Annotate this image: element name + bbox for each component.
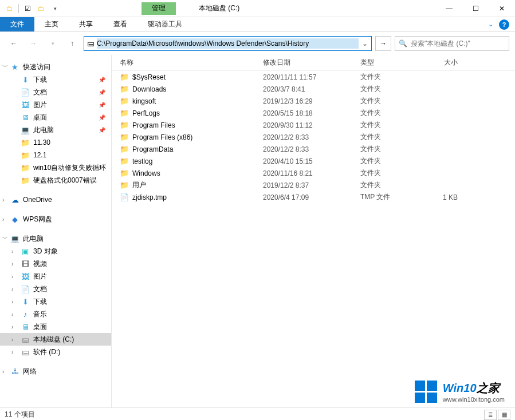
file-row[interactable]: testlog2020/4/10 15:15文件夹 — [112, 155, 515, 167]
view-large-icon[interactable]: ▦ — [498, 410, 510, 420]
up-button[interactable]: ↑ — [64, 35, 80, 51]
tab-view[interactable]: 查看 — [103, 17, 137, 31]
file-date: 2020/12/2 8:33 — [263, 145, 360, 153]
search-icon: 🔍 — [399, 39, 407, 47]
sidebar-documents[interactable]: 文档📌 — [0, 86, 111, 98]
close-button[interactable]: ✕ — [489, 0, 515, 17]
file-row[interactable]: 用户2019/12/2 8:37文件夹 — [112, 179, 515, 191]
status-text: 11 个项目 — [5, 410, 35, 419]
sidebar-drive-d[interactable]: ›软件 (D:) — [0, 346, 111, 358]
col-size[interactable]: 大小 — [412, 58, 458, 68]
sidebar-thispc[interactable]: ﹀此电脑 — [0, 232, 111, 245]
file-type: 文件夹 — [360, 144, 412, 154]
qat-newfolder-icon[interactable]: 🗀 — [35, 2, 48, 15]
ribbon-tabs: 文件 主页 共享 查看 驱动器工具 ⌄ ? — [0, 17, 515, 32]
sidebar-music[interactable]: ›音乐 — [0, 308, 111, 320]
file-date: 2020/6/4 17:09 — [263, 193, 360, 201]
folder-icon — [120, 73, 129, 82]
maximize-button[interactable]: ☐ — [462, 0, 489, 17]
qat-dropdown-icon[interactable]: ▾ — [49, 2, 61, 15]
main-split: ﹀快速访问 下载📌 文档📌 图片📌 桌面📌 此电脑📌 11.30 12.1 wi… — [0, 55, 515, 407]
file-name: zjdiskp.tmp — [132, 193, 167, 201]
sidebar-folder-121[interactable]: 12.1 — [0, 149, 111, 161]
col-type[interactable]: 类型 — [360, 58, 412, 68]
view-details-icon[interactable]: ≣ — [484, 410, 497, 420]
sidebar-thispc-quick[interactable]: 此电脑📌 — [0, 124, 111, 136]
search-input[interactable] — [411, 39, 505, 47]
file-date: 2020/9/30 11:12 — [263, 121, 360, 129]
file-row[interactable]: kingsoft2019/12/3 16:29文件夹 — [112, 95, 515, 107]
help-icon[interactable]: ? — [499, 19, 509, 30]
folder-icon — [120, 85, 129, 94]
col-date[interactable]: 修改日期 — [263, 58, 360, 68]
file-list[interactable]: $SysReset2020/11/11 11:57文件夹Downloads202… — [112, 71, 515, 407]
file-date: 2020/12/2 8:33 — [263, 133, 360, 141]
folder-icon — [120, 157, 129, 166]
address-bar[interactable]: 🖴 ⌄ — [84, 36, 372, 51]
tab-file[interactable]: 文件 — [0, 17, 34, 31]
forward-button[interactable]: → — [25, 35, 41, 51]
file-type: 文件夹 — [360, 120, 412, 130]
file-date: 2020/11/11 11:57 — [263, 73, 360, 81]
address-dropdown-icon[interactable]: ⌄ — [359, 39, 371, 47]
file-type: 文件夹 — [360, 108, 412, 118]
tab-share[interactable]: 共享 — [69, 17, 103, 31]
sidebar-folder-1130[interactable]: 11.30 — [0, 136, 111, 149]
sidebar-folder-win10[interactable]: win10自动修复失败循环 — [0, 161, 111, 174]
tab-drive-tools[interactable]: 驱动器工具 — [137, 17, 192, 31]
sidebar-folder-hdd[interactable]: 硬盘格式化0007错误 — [0, 174, 111, 187]
sidebar-desktop[interactable]: 桌面📌 — [0, 111, 111, 124]
file-row[interactable]: Windows2020/11/16 8:21文件夹 — [112, 167, 515, 179]
app-icon[interactable]: 🗀 — [3, 2, 16, 15]
file-name: Downloads — [132, 85, 166, 93]
sidebar-video[interactable]: ›视频 — [0, 257, 111, 270]
window-controls: — ☐ ✕ — [436, 0, 515, 17]
recent-dropdown[interactable]: ▾ — [45, 35, 61, 51]
sidebar-network[interactable]: ›网络 — [0, 365, 111, 378]
sidebar-pictures2[interactable]: ›图片 — [0, 270, 111, 283]
folder-icon — [120, 97, 129, 106]
file-row[interactable]: ProgramData2020/12/2 8:33文件夹 — [112, 143, 515, 155]
sidebar-3d[interactable]: ›3D 对象 — [0, 245, 111, 257]
file-date: 2020/5/15 18:18 — [263, 109, 360, 117]
file-row[interactable]: $SysReset2020/11/11 11:57文件夹 — [112, 71, 515, 83]
file-name: Windows — [132, 169, 160, 177]
go-button[interactable]: → — [375, 36, 391, 51]
sidebar-quick-access[interactable]: ﹀快速访问 — [0, 61, 111, 73]
sidebar-pictures[interactable]: 图片📌 — [0, 98, 111, 111]
sidebar-documents2[interactable]: ›文档 — [0, 283, 111, 295]
sidebar-downloads[interactable]: 下载📌 — [0, 73, 111, 86]
ribbon-expand-icon[interactable]: ⌄ — [488, 21, 493, 28]
address-input[interactable] — [97, 38, 359, 49]
sidebar-onedrive[interactable]: ›OneDrive — [0, 193, 111, 206]
sidebar-wps[interactable]: ›WPS网盘 — [0, 213, 111, 225]
file-icon — [120, 193, 129, 202]
drive-icon: 🖴 — [84, 37, 97, 50]
file-row[interactable]: Downloads2020/3/7 8:41文件夹 — [112, 83, 515, 95]
pin-icon: 📌 — [99, 89, 105, 96]
sidebar-drive-c[interactable]: ›本地磁盘 (C:) — [0, 333, 111, 346]
nav-sidebar[interactable]: ﹀快速访问 下载📌 文档📌 图片📌 桌面📌 此电脑📌 11.30 12.1 wi… — [0, 55, 112, 407]
tab-home[interactable]: 主页 — [34, 17, 69, 31]
window-title: 本地磁盘 (C:) — [199, 3, 239, 13]
file-row[interactable]: Program Files (x86)2020/12/2 8:33文件夹 — [112, 131, 515, 143]
search-box[interactable]: 🔍 — [395, 36, 509, 51]
titlebar: 🗀 ☑ 🗀 ▾ 管理 本地磁盘 (C:) — ☐ ✕ — [0, 0, 515, 17]
file-row[interactable]: PerfLogs2020/5/15 18:18文件夹 — [112, 107, 515, 119]
col-name[interactable]: 名称 — [120, 58, 263, 68]
pin-icon: 📌 — [99, 114, 105, 121]
file-name: $SysReset — [132, 73, 166, 81]
contextual-tab-manage[interactable]: 管理 — [141, 2, 176, 15]
sidebar-desktop2[interactable]: ›桌面 — [0, 320, 111, 333]
address-row: ← → ▾ ↑ 🖴 ⌄ → 🔍 — [0, 32, 515, 55]
sidebar-downloads2[interactable]: ›下载 — [0, 295, 111, 308]
file-row[interactable]: Program Files2020/9/30 11:12文件夹 — [112, 119, 515, 131]
folder-icon — [120, 109, 129, 118]
file-row[interactable]: zjdiskp.tmp2020/6/4 17:09TMP 文件1 KB — [112, 191, 515, 203]
qat-properties-icon[interactable]: ☑ — [21, 2, 34, 15]
back-button[interactable]: ← — [6, 35, 22, 51]
minimize-button[interactable]: — — [436, 0, 462, 17]
column-headers[interactable]: 名称 修改日期 类型 大小 — [112, 55, 515, 71]
file-type: 文件夹 — [360, 96, 412, 106]
file-type: 文件夹 — [360, 156, 412, 166]
